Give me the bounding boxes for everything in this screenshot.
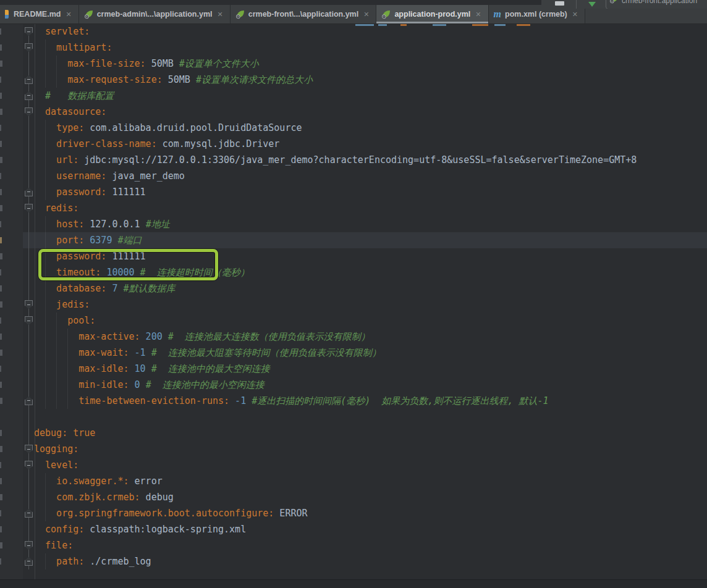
code-line[interactable]: pool: bbox=[0, 313, 707, 329]
tab-crmeb-admin-application-yml[interactable]: crmeb-admin\...\application.yml✕ bbox=[79, 5, 231, 23]
clipped-line-number bbox=[0, 526, 2, 532]
tab-crmeb-front-application-yml[interactable]: crmeb-front\...\application.yml✕ bbox=[231, 5, 377, 23]
code-area[interactable]: servlet: multipart: max-file-size: 50MB … bbox=[0, 23, 707, 579]
code-line[interactable]: url: jdbc:mysql://127.0.0.1:3306/java_me… bbox=[0, 152, 707, 168]
clipped-line-number bbox=[0, 510, 1, 516]
tab-label: README.md bbox=[14, 10, 61, 19]
code-line[interactable] bbox=[0, 409, 707, 425]
code-line[interactable]: debug: true bbox=[0, 425, 707, 441]
clipped-line-number bbox=[0, 446, 2, 452]
code-line[interactable]: servlet: bbox=[0, 23, 707, 40]
tab-label: application-prod.yml bbox=[394, 10, 470, 19]
clipped-line-number bbox=[0, 285, 2, 292]
code-line[interactable]: org.springframework.boot.autoconfigure: … bbox=[0, 505, 707, 521]
clipped-line-number bbox=[0, 109, 2, 115]
run-config-label: crmeb-front:application bbox=[622, 0, 697, 5]
editor[interactable]: servlet: multipart: max-file-size: 50MB … bbox=[0, 23, 707, 579]
clipped-line-number bbox=[0, 494, 2, 500]
close-icon[interactable]: ✕ bbox=[363, 10, 370, 19]
toolbar-separator bbox=[576, 0, 577, 9]
clipped-line-number bbox=[0, 253, 2, 259]
code-line[interactable]: host: 127.0.0.1 #地址 bbox=[0, 216, 707, 232]
clipped-line-number bbox=[0, 61, 2, 67]
clipped-line-number bbox=[0, 237, 2, 243]
close-icon[interactable]: ✕ bbox=[475, 10, 481, 19]
code-line[interactable]: io.swagger.*: error bbox=[0, 473, 707, 489]
clipped-line-number bbox=[0, 93, 2, 99]
run-dropdown-icon[interactable] bbox=[588, 2, 596, 7]
clipped-line-number bbox=[0, 269, 1, 275]
window-icon[interactable] bbox=[555, 1, 564, 6]
code-line[interactable]: min-idle: 0 # 连接池中的最小空闲连接 bbox=[0, 377, 707, 393]
clipped-line-number bbox=[0, 398, 2, 404]
code-line[interactable]: time-between-eviction-runs: -1 #逐出扫描的时间间… bbox=[0, 393, 707, 409]
clipped-line-number bbox=[0, 558, 1, 565]
run-config-combo[interactable]: crmeb-front:application bbox=[606, 0, 707, 9]
clipped-line-number bbox=[0, 173, 1, 179]
clipped-line-number bbox=[0, 350, 2, 356]
markdown-icon bbox=[5, 10, 9, 19]
maven-icon: m bbox=[494, 10, 501, 19]
clipped-line-number bbox=[0, 382, 2, 388]
clipped-line-number bbox=[0, 542, 2, 548]
code-line[interactable]: config: classpath:logback-spring.xml bbox=[0, 521, 707, 537]
code-line[interactable]: password: 111111 bbox=[0, 184, 707, 200]
spring-icon bbox=[609, 0, 619, 6]
close-icon[interactable]: ✕ bbox=[65, 10, 72, 19]
clipped-line-number bbox=[0, 189, 2, 195]
highlight-box-annotation bbox=[38, 249, 218, 280]
clipped-line-number bbox=[0, 157, 2, 163]
code-line[interactable]: multipart: bbox=[0, 40, 707, 56]
code-line[interactable]: logging: bbox=[0, 441, 707, 457]
code-line[interactable]: max-wait: -1 # 连接池最大阻塞等待时间（使用负值表示没有限制） bbox=[0, 345, 707, 361]
spring-icon bbox=[84, 10, 93, 19]
run-toolbar: crmeb-front:application bbox=[541, 0, 707, 9]
clipped-line-number bbox=[0, 301, 2, 308]
tab-readme-md[interactable]: README.md✕ bbox=[0, 5, 79, 23]
clipped-line-number bbox=[0, 462, 1, 468]
clipped-line-number bbox=[0, 430, 2, 436]
close-icon[interactable]: ✕ bbox=[572, 10, 578, 19]
code-line[interactable]: redis: bbox=[0, 200, 707, 216]
code-line[interactable]: file: bbox=[0, 537, 707, 553]
code-line[interactable]: max-idle: 10 # 连接池中的最大空闲连接 bbox=[0, 361, 707, 377]
clipped-line-number bbox=[0, 478, 2, 484]
spring-icon bbox=[235, 10, 245, 19]
code-line[interactable]: max-active: 200 # 连接池最大连接数（使用负值表示没有限制） bbox=[0, 329, 707, 345]
clipped-line-number bbox=[0, 205, 2, 211]
clipped-line-number bbox=[0, 44, 2, 51]
code-line[interactable]: jedis: bbox=[0, 296, 707, 313]
code-line[interactable]: port: 6379 #端口 bbox=[0, 232, 707, 248]
code-line[interactable]: username: java_mer_demo bbox=[0, 168, 707, 184]
tab-strip: README.md✕crmeb-admin\...\application.ym… bbox=[0, 5, 585, 23]
code-line[interactable]: # 数据库配置 bbox=[0, 88, 707, 104]
clipped-line-number bbox=[0, 221, 1, 227]
clipped-line-number bbox=[0, 317, 1, 324]
code-line[interactable]: max-request-size: 50MB #设置单次请求文件的总大小 bbox=[0, 72, 707, 88]
spring-icon bbox=[381, 10, 391, 19]
tab-application-prod-yml[interactable]: application-prod.yml✕ bbox=[376, 5, 488, 23]
tab-label: pom.xml (crmeb) bbox=[505, 10, 567, 19]
code-line[interactable]: database: 7 #默认数据库 bbox=[0, 280, 707, 296]
code-line[interactable]: driver-class-name: com.mysql.jdbc.Driver bbox=[0, 136, 707, 152]
clipped-line-number bbox=[0, 28, 1, 35]
clipped-line-number bbox=[0, 77, 1, 83]
code-line[interactable]: datasource: bbox=[0, 104, 707, 120]
tab-label: crmeb-front\...\application.yml bbox=[248, 10, 359, 19]
clipped-line-number bbox=[0, 141, 2, 147]
close-icon[interactable]: ✕ bbox=[216, 10, 223, 19]
code-line[interactable]: com.zbjk.crmeb: debug bbox=[0, 489, 707, 505]
ide-window: README.md✕crmeb-admin\...\application.ym… bbox=[0, 0, 707, 588]
code-line[interactable]: type: com.alibaba.druid.pool.DruidDataSo… bbox=[0, 120, 707, 136]
clipped-line-number bbox=[0, 125, 1, 131]
code-line[interactable]: path: ./crmeb_log bbox=[0, 553, 707, 569]
clipped-line-number bbox=[0, 366, 1, 372]
clipped-line-number bbox=[0, 334, 2, 340]
tab-label: crmeb-admin\...\application.yml bbox=[97, 10, 213, 19]
code-line[interactable]: max-file-size: 50MB #设置单个文件大小 bbox=[0, 56, 707, 72]
code-line[interactable]: level: bbox=[0, 457, 707, 473]
bottom-bar bbox=[0, 579, 707, 588]
